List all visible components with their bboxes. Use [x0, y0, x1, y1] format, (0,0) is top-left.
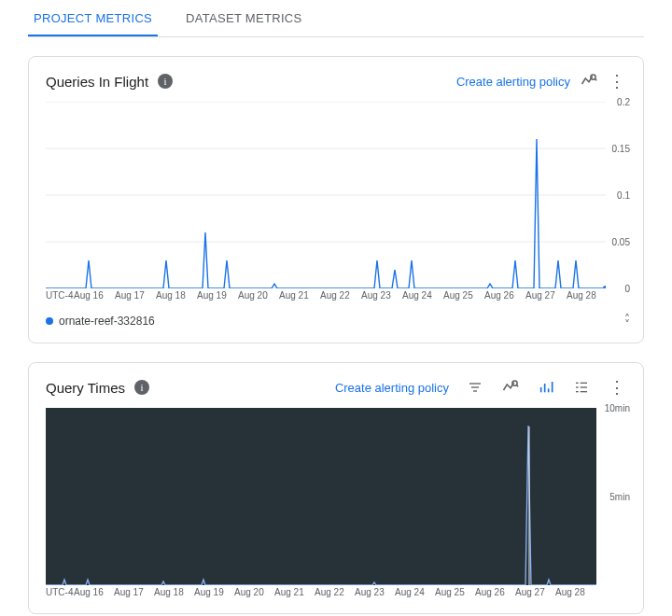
tab-project-metrics[interactable]: PROJECT METRICS: [28, 0, 158, 36]
xtick-tz: UTC-4: [46, 587, 74, 597]
xtick: Aug 24: [402, 290, 443, 301]
xtick: Aug 27: [515, 587, 555, 597]
xtick: Aug 22: [315, 587, 355, 597]
chart-type-icon[interactable]: [537, 378, 555, 397]
chart2-xaxis: UTC-4 Aug 16 Aug 17 Aug 18 Aug 19 Aug 20…: [46, 587, 596, 597]
chart2-plot: [46, 408, 596, 585]
ytick: 5min: [609, 492, 630, 502]
create-alerting-policy-link[interactable]: Create alerting policy: [335, 381, 449, 395]
xtick: Aug 21: [279, 290, 320, 301]
xtick: Aug 24: [395, 587, 435, 597]
xtick: Aug 23: [361, 290, 402, 301]
xtick: Aug 26: [484, 290, 525, 301]
xtick: Aug 18: [154, 587, 194, 597]
table-view-icon[interactable]: [572, 378, 591, 397]
tab-dataset-metrics[interactable]: DATASET METRICS: [180, 0, 307, 36]
chart1-yaxis: 0.2 0.15 0.1 0.05 0: [600, 102, 630, 288]
chart2-area: 10min 5min UTC-4 Aug 16 Aug 17 Aug 18 Au…: [46, 408, 626, 598]
ytick: 10min: [605, 403, 630, 413]
xtick: Aug 23: [355, 587, 395, 597]
info-icon[interactable]: i: [158, 74, 173, 89]
xtick: Aug 19: [197, 290, 238, 301]
chart1-plot: [46, 102, 606, 288]
xtick: Aug 28: [555, 587, 595, 597]
xtick: Aug 16: [74, 587, 114, 597]
xtick: Aug 21: [274, 587, 315, 597]
svg-rect-23: [46, 408, 596, 585]
xtick: Aug 18: [156, 290, 197, 301]
xtick: Aug 28: [567, 290, 608, 301]
xtick: Aug 25: [435, 587, 475, 597]
create-alerting-policy-link[interactable]: Create alerting policy: [456, 75, 570, 89]
xtick: Aug 25: [443, 290, 484, 301]
svg-line-12: [516, 385, 518, 386]
overflow-menu-icon[interactable]: ⋮: [608, 378, 626, 397]
xtick: Aug 17: [115, 290, 156, 301]
chart2-yaxis: 10min 5min: [596, 408, 630, 585]
ytick: 0.05: [612, 237, 630, 247]
xtick: Aug 20: [238, 290, 279, 301]
xtick: Aug 22: [320, 290, 361, 301]
card1-title: Queries In Flight: [46, 74, 148, 90]
metrics-explorer-icon[interactable]: [501, 378, 520, 397]
chart1-legend: ornate-reef-332816: [46, 315, 626, 328]
info-icon[interactable]: i: [134, 380, 149, 395]
chart1-xaxis: UTC-4 Aug 16 Aug 17 Aug 18 Aug 19 Aug 20…: [46, 290, 606, 301]
legend-swatch: [46, 317, 53, 325]
xtick: Aug 17: [114, 587, 154, 597]
xtick: Aug 19: [194, 587, 234, 597]
ytick: 0.2: [617, 97, 630, 107]
card2-header: Query Times i Create alerting policy ⋮: [46, 378, 626, 397]
ytick: 0: [624, 284, 630, 294]
xtick-tz: UTC-4: [46, 290, 74, 301]
resize-handle-icon[interactable]: ˄˅: [624, 316, 630, 328]
metrics-explorer-icon[interactable]: [580, 72, 598, 91]
xtick: Aug 20: [234, 587, 274, 597]
xtick: Aug 27: [525, 290, 567, 301]
chart1-area: 0.2 0.15 0.1 0.05 0 UTC-4 Aug 16 Aug 17: [46, 102, 626, 301]
overflow-menu-icon[interactable]: ⋮: [608, 72, 626, 91]
ytick: 0.15: [612, 144, 630, 154]
svg-line-1: [595, 78, 596, 80]
filter-icon[interactable]: [466, 378, 484, 397]
xtick: Aug 16: [74, 290, 115, 301]
ytick: 0.1: [617, 190, 630, 201]
card1-header: Queries In Flight i Create alerting poli…: [46, 72, 626, 91]
legend-label: ornate-reef-332816: [59, 315, 155, 328]
card2-title: Query Times: [46, 380, 125, 396]
card-queries-in-flight: Queries In Flight i Create alerting poli…: [28, 56, 644, 343]
tabs-bar: PROJECT METRICS DATASET METRICS: [28, 0, 644, 37]
card-query-times: Query Times i Create alerting policy ⋮: [28, 362, 644, 614]
xtick: Aug 26: [475, 587, 515, 597]
